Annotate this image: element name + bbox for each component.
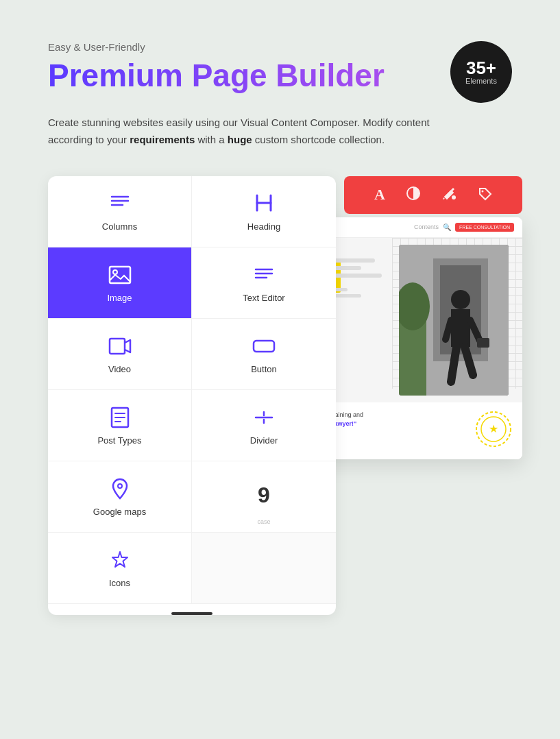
number-display: 9 — [258, 483, 270, 508]
icons-label: Icons — [109, 578, 130, 588]
header-section: Easy & User-Friendly Premium Page Builde… — [48, 41, 512, 93]
element-post-types[interactable]: Post Types — [48, 390, 192, 461]
divider-label: Divider — [250, 435, 278, 446]
element-icons[interactable]: Icons — [48, 533, 192, 604]
elements-panel: Columns Heading — [48, 176, 336, 615]
icons-icon — [108, 548, 132, 572]
preview-cta[interactable]: FREE CONSULTATION — [455, 223, 514, 232]
svg-rect-12 — [254, 341, 274, 352]
button-icon — [252, 334, 276, 359]
element-divider[interactable]: Divider — [192, 390, 336, 461]
element-google-maps[interactable]: Google maps — [48, 461, 192, 533]
subtitle: Easy & User-Friendly — [48, 41, 512, 53]
video-label: Video — [108, 364, 131, 374]
preview-photo — [399, 245, 509, 396]
columns-icon — [108, 191, 132, 216]
main-title: Premium Page Builder — [48, 58, 512, 93]
elements-grid: Columns Heading — [48, 176, 336, 604]
button-label: Button — [251, 364, 277, 374]
svg-line-30 — [451, 347, 456, 382]
toolbar-contrast-icon[interactable] — [406, 186, 421, 204]
element-columns[interactable]: Columns — [48, 176, 192, 247]
svg-point-23 — [481, 190, 483, 192]
svg-text:★: ★ — [489, 423, 498, 435]
content-area: Columns Heading — [48, 176, 512, 615]
toolbar-bar: A — [344, 176, 522, 214]
post-types-label: Post Types — [97, 435, 141, 446]
nav-contents: Contents — [414, 223, 439, 230]
page-container: Easy & User-Friendly Premium Page Builde… — [0, 0, 560, 739]
element-empty — [192, 533, 336, 604]
image-label: Image — [107, 293, 132, 303]
description: Create stunning websites easily using ou… — [48, 114, 446, 149]
svg-point-22 — [452, 195, 456, 199]
elements-badge: 35+ Elements — [450, 41, 512, 103]
element-text-editor[interactable]: Text Editor — [192, 247, 336, 319]
image-icon — [108, 263, 132, 287]
post-types-icon — [108, 405, 132, 430]
google-maps-label: Google maps — [93, 507, 146, 517]
text-editor-icon — [252, 263, 276, 287]
element-image[interactable]: Image — [48, 247, 192, 319]
scroll-area — [48, 604, 336, 615]
svg-rect-11 — [110, 339, 125, 354]
video-icon — [108, 334, 132, 359]
svg-rect-6 — [110, 267, 130, 283]
toolbar-fill-icon[interactable] — [441, 186, 456, 204]
heading-icon — [252, 191, 276, 216]
svg-rect-33 — [477, 338, 489, 348]
preview-nav-right: Contents 🔍 FREE CONSULTATION — [414, 223, 514, 232]
text-editor-label: Text Editor — [243, 293, 284, 303]
toolbar-tag-icon[interactable] — [477, 186, 492, 204]
google-maps-icon — [108, 476, 132, 501]
svg-point-20 — [118, 484, 122, 488]
columns-label: Columns — [102, 221, 137, 232]
badge-number: 35+ — [466, 59, 496, 77]
toolbar-text-icon[interactable]: A — [374, 186, 385, 204]
badge-text: Elements — [465, 77, 497, 85]
element-heading[interactable]: Heading — [192, 176, 336, 247]
svg-point-28 — [451, 290, 470, 309]
element-video[interactable]: Video — [48, 319, 192, 390]
scroll-indicator — [171, 612, 212, 615]
yellow-decoration: ★ — [475, 411, 513, 451]
heading-label: Heading — [247, 221, 280, 232]
svg-rect-29 — [451, 309, 470, 347]
man-figure — [399, 245, 509, 396]
element-number[interactable]: 9 case — [192, 461, 336, 533]
svg-point-7 — [113, 270, 117, 274]
search-icon[interactable]: 🔍 — [443, 223, 451, 231]
element-button[interactable]: Button — [192, 319, 336, 390]
number-sublabel: case — [257, 518, 270, 525]
divider-icon — [252, 405, 276, 430]
